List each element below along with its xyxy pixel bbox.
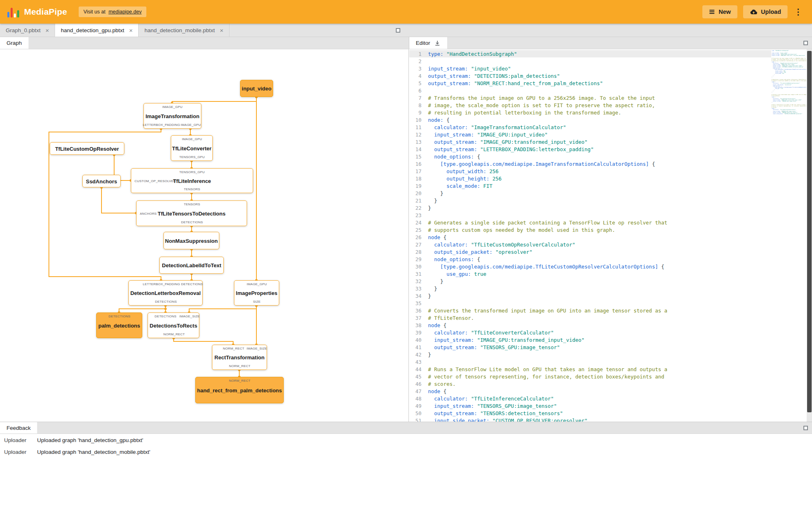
line-number: 38	[409, 322, 428, 328]
feedback-tab[interactable]: Feedback	[0, 422, 37, 433]
code-line[interactable]: 14 output_stream: "LETTERBOX_PADDING:let…	[409, 145, 771, 153]
code-line[interactable]: 25# supports custom ops needed by the mo…	[409, 226, 771, 233]
code-text: output_stream: "DETECTIONS:palm_detectio…	[428, 73, 560, 79]
code-line[interactable]: 51 input_side_packet: "CUSTOM_OP_RESOLVE…	[409, 417, 771, 422]
code-line[interactable]: 10node: {	[409, 116, 771, 123]
line-number: 47	[409, 388, 428, 394]
file-tab[interactable]: hand_detection_gpu.pbtxt×	[55, 24, 139, 37]
editor-expand-icon[interactable]	[803, 41, 808, 45]
code-line[interactable]: 30 [type.googleapis.com/mediapipe.TfLite…	[409, 263, 771, 270]
code-line[interactable]: 7# Transforms the input image on GPU to …	[409, 94, 771, 101]
code-line[interactable]: 28 output_side_packet: "opresolver"	[409, 248, 771, 255]
code-line[interactable]: 34}	[409, 292, 771, 299]
code-line[interactable]: 19 scale_mode: FIT	[409, 182, 771, 189]
code-line[interactable]: 39 calculator: "TfLiteConverterCalculato…	[409, 329, 771, 336]
code-line[interactable]: 5output_stream: "NORM_RECT:hand_rect_fro…	[409, 79, 771, 87]
graph-node-ssd_anchors[interactable]: SsdAnchors	[82, 175, 121, 187]
graph-node-rect_transformation[interactable]: RectTransformationNORM_RECTIMAGE_SIZENOR…	[212, 345, 267, 370]
graph-tab[interactable]: Graph	[0, 37, 29, 49]
code-line[interactable]: 40 input_stream: "IMAGE_GPU:transformed_…	[409, 336, 771, 343]
code-line[interactable]: 11 calculator: "ImageTransformationCalcu…	[409, 123, 771, 131]
code-text: }	[428, 198, 437, 204]
file-tab[interactable]: Graph_0.pbtxt×	[0, 24, 55, 37]
code-line[interactable]: 31 use_gpu: true	[409, 270, 771, 277]
code-line[interactable]: 21 }	[409, 197, 771, 204]
editor-scrollbar[interactable]	[807, 49, 812, 422]
code-line[interactable]: 45# vector of tensors representing, for …	[409, 373, 771, 380]
graph-node-non_max_suppression[interactable]: NonMaxSuppression	[163, 232, 219, 249]
minimap[interactable]: type: "HandDetectionSubgraph"input_strea…	[772, 50, 806, 421]
line-number: 14	[409, 146, 428, 152]
code-line[interactable]: 26node {	[409, 233, 771, 241]
feedback-row: UploaderUploaded graph 'hand_detection_m…	[0, 446, 812, 458]
code-line[interactable]: 38node {	[409, 321, 771, 329]
graph-expand-icon[interactable]	[396, 28, 400, 33]
graph-node-detection_label_id_to_text[interactable]: DetectionLabelIdToText	[159, 257, 224, 274]
graph-node-tflite_custom_op_resolver[interactable]: TfLiteCustomOpResolver	[50, 142, 124, 155]
new-button[interactable]: New	[702, 5, 737, 18]
code-line[interactable]: 16 [type.googleapis.com/mediapipe.ImageT…	[409, 160, 771, 167]
code-line[interactable]: 46# scores.	[409, 380, 771, 387]
close-icon[interactable]: ×	[220, 27, 223, 34]
download-icon[interactable]	[434, 40, 441, 46]
feedback-expand-icon[interactable]	[803, 426, 808, 430]
code-line[interactable]: 41 output_stream: "TENSORS_GPU:image_ten…	[409, 343, 771, 351]
upload-button[interactable]: Upload	[743, 5, 788, 18]
code-line[interactable]: 3input_stream: "input_video"	[409, 65, 771, 72]
graph-node-detection_letterbox_removal[interactable]: DetectionLetterboxRemovalLETTERBOX_PADDI…	[128, 280, 203, 306]
code-line[interactable]: 33 }	[409, 285, 771, 292]
code-line[interactable]: 22}	[409, 204, 771, 211]
scrollbar-thumb[interactable]	[807, 51, 812, 412]
code-line[interactable]: 24# Generates a single side packet conta…	[409, 219, 771, 226]
code-line[interactable]: 6	[409, 87, 771, 94]
code-line[interactable]: 49 input_stream: "TENSORS_GPU:image_tens…	[409, 402, 771, 409]
code-line[interactable]: 47node {	[409, 387, 771, 395]
graph-node-tflite_converter[interactable]: TfLiteConverterIMAGE_GPUTENSORS_GPU	[171, 135, 213, 161]
code-line[interactable]: 44# Runs a TensorFlow Lite model on GPU …	[409, 365, 771, 373]
graph-node-image_properties[interactable]: ImagePropertiesIMAGE_GPUSIZE	[234, 280, 279, 306]
code-line[interactable]: 13 output_stream: "IMAGE_GPU:transformed…	[409, 138, 771, 145]
graph-node-tflite_inference[interactable]: TfLiteInferenceTENSORS_GPUTENSORSCUSTOM_…	[131, 168, 253, 193]
code-line[interactable]: 27 calculator: "TfLiteCustomOpResolverCa…	[409, 241, 771, 248]
code-line[interactable]: 35	[409, 299, 771, 307]
close-icon[interactable]: ×	[46, 27, 49, 34]
code-line[interactable]: 20 }	[409, 189, 771, 197]
graph-node-image_transformation[interactable]: ImageTransformationIMAGE_GPULETTERBOX_PA…	[143, 103, 201, 129]
code-line[interactable]: 32 }	[409, 277, 771, 285]
graph-node-hand_rect_from_palm_detections[interactable]: hand_rect_from_palm_detectionsNORM_RECT	[195, 377, 284, 403]
close-icon[interactable]: ×	[129, 27, 133, 34]
editor-tab[interactable]: Editor	[409, 37, 447, 49]
code-line[interactable]: 9# resulting in potential letterboxing i…	[409, 109, 771, 116]
code-line[interactable]: 50 output_stream: "TENSORS:detection_ten…	[409, 409, 771, 417]
code-line[interactable]: 48 calculator: "TfLiteInferenceCalculato…	[409, 395, 771, 402]
line-number: 30	[409, 264, 428, 270]
code-line[interactable]: 17 output_width: 256	[409, 167, 771, 175]
code-text: # Runs a TensorFlow Lite model on GPU th…	[428, 366, 667, 372]
code-line[interactable]: 23	[409, 211, 771, 219]
code-line[interactable]: 29 node_options: {	[409, 255, 771, 263]
code-line[interactable]: 18 output_height: 256	[409, 175, 771, 182]
code-line[interactable]: 42}	[409, 351, 771, 358]
code-line[interactable]: 37# TfLiteTensor.	[409, 314, 771, 321]
file-tab[interactable]: hand_detection_mobile.pbtxt×	[139, 24, 229, 37]
code-line[interactable]: 43	[409, 358, 771, 365]
graph-canvas[interactable]: input_videoImageTransformationIMAGE_GPUL…	[0, 49, 409, 422]
line-number: 33	[409, 286, 428, 292]
graph-node-tflite_tensors_to_detections[interactable]: TfLiteTensorsToDetectionsTENSORSDETECTIO…	[136, 200, 247, 226]
node-title: TfLiteTensorsToDetections	[158, 210, 225, 216]
code-line[interactable]: 1type: "HandDetectionSubgraph"	[409, 50, 771, 57]
code-line[interactable]: 2	[409, 57, 771, 65]
code-text: input_stream: "IMAGE_GPU:input_video"	[428, 132, 548, 138]
graph-node-palm_detections[interactable]: palm_detectionsDETECTIONS	[96, 312, 142, 338]
kebab-menu-icon[interactable]: ⋮	[792, 6, 805, 18]
code-line[interactable]: 8# image, the scale_mode option is set t…	[409, 101, 771, 109]
graph-node-detections_to_rects[interactable]: DetectionsToRectsDETECTIONSIMAGE_SIZENOR…	[148, 312, 199, 338]
graph-node-input_video[interactable]: input_video	[240, 80, 273, 97]
code-line[interactable]: 36# Converts the transformed input image…	[409, 307, 771, 314]
code-line[interactable]: 15 node_options: {	[409, 153, 771, 160]
code-text: input_stream: "IMAGE_GPU:transformed_inp…	[428, 337, 585, 343]
code-editor[interactable]: 1type: "HandDetectionSubgraph"23input_st…	[409, 49, 812, 422]
visit-link[interactable]: mediapipe.dev	[108, 9, 141, 15]
code-line[interactable]: 12 input_stream: "IMAGE_GPU:input_video"	[409, 131, 771, 138]
code-line[interactable]: 4output_stream: "DETECTIONS:palm_detecti…	[409, 72, 771, 79]
